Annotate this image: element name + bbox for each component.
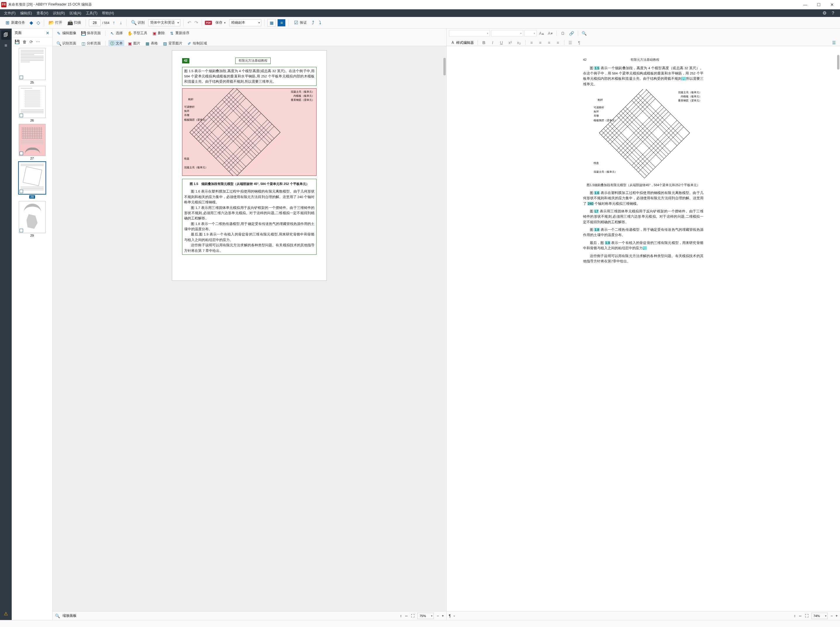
fit-screen-icon[interactable]: ⛶ (805, 614, 808, 618)
menu-view[interactable]: 查看(V) (34, 9, 50, 17)
align-left-icon[interactable]: ≡ (528, 39, 536, 46)
zoom-panel-icon[interactable]: 🔍 (55, 614, 60, 618)
hand-tool-button[interactable]: ✋手型工具 (126, 30, 149, 36)
image-zoom-select[interactable]: 75% (418, 613, 434, 619)
view-text-toggle[interactable]: ≡ (277, 19, 285, 27)
ocr-text-region[interactable]: 图 1.5 烟囱叠加段有限元模型（从端部旋转 45°, 584 个梁单元和 25… (182, 179, 317, 255)
menu-file[interactable]: 文件(F) (2, 9, 18, 17)
underline-icon[interactable]: U (498, 39, 505, 46)
text-zoom-select[interactable]: 74% (812, 613, 828, 619)
settings-icon[interactable]: ⚙ (823, 10, 827, 16)
menu-edit[interactable]: 编辑(E) (18, 9, 34, 17)
fit-page-icon[interactable]: ↕ (794, 614, 796, 618)
stack-up-icon[interactable]: ◆ (28, 20, 34, 25)
thumbnail-page[interactable]: 29 (19, 201, 46, 237)
text-paragraph[interactable]: 图 1.5 表示一个烟囱叠加段，高度为 4 个模型高度（或总高 32 英尺）。在… (583, 65, 703, 87)
rail-list-icon[interactable]: ≡ (1, 41, 11, 50)
rail-pages-icon[interactable]: 🗐 (1, 30, 11, 40)
reorder-button[interactable]: ⇅重新排序 (168, 30, 191, 36)
show-image-icon[interactable]: ▫ (454, 614, 455, 618)
text-paragraph[interactable]: 最后，图 1.9 表示一个有植入的骨盆骨的三维有限元模型，用来研究骨骼中和骨骼与… (583, 240, 703, 251)
table-area-button[interactable]: ▦表格 (143, 40, 159, 47)
fit-page-icon[interactable]: ↕ (400, 614, 402, 618)
text-area-button[interactable]: Ⓣ文本 (109, 40, 124, 47)
italic-icon[interactable]: I (489, 39, 496, 46)
menu-recognize[interactable]: 识别(R) (50, 9, 67, 17)
zoom-out-icon[interactable]: − (831, 614, 833, 618)
page-down-icon[interactable]: ↓ (118, 20, 123, 25)
image-panel-content[interactable]: 42 有限元方法基础教程 图 1.5 表示一个烟囱叠加段,高度为 4 个模型高度… (53, 46, 446, 611)
open-button[interactable]: 📂打开 (47, 19, 64, 27)
show-formatting-icon[interactable]: ¶ (449, 614, 451, 618)
align-justify-icon[interactable]: ≡ (554, 39, 562, 46)
recognize-page-button[interactable]: 🔍识别页面 (55, 40, 78, 47)
zoom-out-icon[interactable]: − (437, 614, 439, 618)
zoom-in-icon[interactable]: + (835, 614, 838, 618)
page-up-icon[interactable]: ↑ (111, 20, 116, 25)
thumbnail-page[interactable]: 28 (19, 162, 46, 199)
image-area-button[interactable]: ▣图片 (126, 40, 142, 47)
page-number-input[interactable] (89, 19, 101, 26)
menu-help[interactable]: 帮助(H) (100, 9, 116, 17)
fit-screen-icon[interactable]: ⛶ (411, 614, 414, 618)
save-button[interactable]: 保存▾ (214, 19, 227, 26)
bg-image-button[interactable]: ▨背景图片 (161, 40, 184, 47)
text-panel-content[interactable]: 42 有限元方法基础教程 图 1.5 表示一个烟囱叠加段，高度为 4 个模型高度… (447, 46, 840, 611)
thumbnail-page[interactable]: 26 (19, 86, 46, 122)
text-paragraph[interactable]: 图 1.6 表示在塑料膜加工过程中拟使用的钢模的有限元离散模型。由于几何形状不规… (583, 190, 703, 206)
ocr-text-region[interactable]: 图 1.5 表示一个烟囱叠加段,高度为 4 个模型高度(或总高 32 英尺)。在… (182, 67, 317, 86)
menu-area[interactable]: 区域(A) (67, 9, 84, 17)
fit-width-icon[interactable]: ↔ (405, 614, 408, 618)
thumbnails-list[interactable]: 25 26 27 28 29 (12, 46, 52, 620)
font-increase-icon[interactable]: A▴ (538, 30, 545, 37)
save-page-button[interactable]: 💾保存页面 (79, 30, 102, 36)
align-center-icon[interactable]: ≡ (537, 39, 544, 46)
text-paragraph[interactable]: 图 1.8 表示一个二维热传递模型，用于确定受有传送热气的埋藏管线热源作用的土壤… (583, 227, 703, 238)
view-image-toggle[interactable]: ▦ (268, 19, 276, 27)
help-icon[interactable]: ？ (831, 10, 835, 16)
fit-width-icon[interactable]: ↔ (799, 614, 802, 618)
analyze-page-button[interactable]: ◫分析页面 (79, 40, 102, 47)
pilcrow-icon[interactable]: ¶ (575, 39, 583, 46)
select-tool-button[interactable]: ↖选择 (109, 30, 124, 36)
thumb-delete-icon[interactable]: 🗑 (22, 39, 27, 44)
thumb-save-icon[interactable]: 💾 (15, 39, 20, 44)
omega-icon[interactable]: Ω (559, 30, 567, 37)
redo-icon[interactable]: ↷ (194, 20, 199, 25)
link-icon[interactable]: 🔗 (568, 30, 575, 37)
close-button[interactable]: ✕ (825, 0, 839, 9)
recognize-button[interactable]: 🔍识别 (129, 19, 147, 27)
thumbnails-close-icon[interactable]: ✕ (46, 31, 49, 35)
align-right-icon[interactable]: ≡ (545, 39, 553, 46)
font-size-select[interactable] (524, 30, 537, 36)
search-icon[interactable]: 🔍 (580, 30, 588, 37)
style-select[interactable] (491, 30, 523, 36)
thumbnail-page[interactable]: 27 (19, 124, 46, 160)
stack-down-icon[interactable]: ◇ (36, 20, 41, 25)
edit-image-button[interactable]: ✎编辑图像 (55, 30, 78, 36)
layout-mode-select[interactable]: 精确副本 (229, 19, 261, 26)
text-paragraph[interactable]: 这些例子说明可以用有限元方法求解的各种类型问题。有关模拟技术的其他指导方针将在第… (583, 253, 703, 264)
thumb-rotate-icon[interactable]: ⟳ (30, 39, 33, 44)
menu-tool[interactable]: 工具(T) (84, 9, 100, 17)
language-select[interactable]: 简体中文和英语 (148, 19, 180, 26)
verify-button[interactable]: ☑验证 (292, 19, 309, 27)
send-down-icon[interactable]: ⤵ (317, 20, 323, 25)
line-spacing-icon[interactable]: ☰ (567, 39, 574, 46)
bold-icon[interactable]: B (480, 39, 488, 46)
rail-warning-icon[interactable]: ⚠ (1, 609, 11, 618)
thumbnail-page[interactable]: 25 (19, 48, 46, 84)
text-paragraph[interactable]: 图 L7 表示用三维固体单元模拟用于反向铲框架的一个摆铸件。由于三维铸件的形状不… (583, 209, 703, 225)
style-editor-button[interactable]: Ａ样式编辑器 (449, 39, 475, 46)
ocr-image-region[interactable]: 混凝土壳（板单元） 内模板（板单元） 垂直钢筋（梁单元） 刚杆 可调整杆 角环 … (182, 88, 317, 176)
maximize-button[interactable]: ☐ (812, 0, 825, 9)
new-task-button[interactable]: ⊞新建任务 (3, 19, 27, 27)
thumb-more-icon[interactable]: ⋯ (36, 39, 40, 44)
minimize-button[interactable]: — (799, 0, 812, 9)
font-family-select[interactable] (449, 30, 490, 36)
scan-button[interactable]: 📠扫描 (66, 19, 83, 27)
delete-area-button[interactable]: ▣删除 (151, 30, 166, 36)
send-up-icon[interactable]: ⤴ (310, 20, 316, 25)
settings-slider-icon[interactable]: ☰ (830, 39, 838, 46)
draw-area-button[interactable]: ✐绘制区域 (186, 40, 208, 47)
